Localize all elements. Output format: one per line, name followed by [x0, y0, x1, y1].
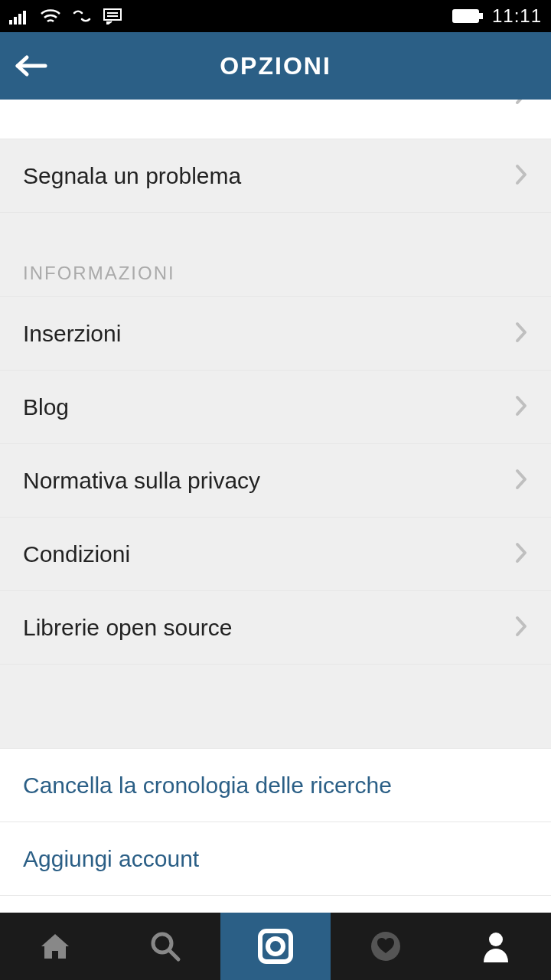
- chevron-right-icon: [514, 163, 528, 189]
- list-item-blog[interactable]: Blog: [0, 371, 551, 444]
- page-title: OPZIONI: [0, 52, 551, 80]
- vibrate-icon: [72, 8, 92, 24]
- list-item-privacy[interactable]: Normativa sulla privacy: [0, 444, 551, 518]
- svg-rect-14: [260, 931, 291, 962]
- bottom-nav: [0, 913, 551, 980]
- nav-home[interactable]: [0, 913, 110, 980]
- nav-activity[interactable]: [331, 913, 441, 980]
- list-item-label: Condizioni: [23, 541, 130, 567]
- content-area: Centro assistenza Segnala un problema IN…: [0, 100, 551, 913]
- status-bar: 11:11: [0, 0, 551, 32]
- action-label: Aggiungi account: [23, 846, 199, 872]
- list-item-help-center[interactable]: Centro assistenza: [0, 100, 551, 139]
- list-item-label: Normativa sulla privacy: [23, 468, 260, 494]
- person-icon: [482, 930, 510, 962]
- camera-icon: [256, 927, 295, 965]
- message-icon: [103, 8, 122, 24]
- svg-rect-9: [455, 11, 477, 21]
- list-item-open-source[interactable]: Librerie open source: [0, 591, 551, 665]
- app-header: OPZIONI: [0, 32, 551, 100]
- nav-search[interactable]: [110, 913, 220, 980]
- list-item-terms[interactable]: Condizioni: [0, 518, 551, 591]
- chevron-right-icon: [514, 394, 528, 420]
- nav-profile[interactable]: [441, 913, 551, 980]
- section-spacer: [0, 665, 551, 749]
- section-title: INFORMAZIONI: [23, 263, 175, 284]
- svg-rect-5: [104, 9, 121, 20]
- action-label: Cancella la cronologia delle ricerche: [23, 773, 392, 799]
- home-icon: [38, 931, 72, 962]
- signal-icon: [9, 8, 29, 24]
- chevron-right-icon: [514, 468, 528, 494]
- list-item-label: Inserzioni: [23, 321, 121, 347]
- clock: 11:11: [492, 5, 542, 27]
- svg-line-13: [170, 951, 178, 959]
- action-add-account[interactable]: Aggiungi account: [0, 822, 551, 896]
- svg-rect-3: [23, 11, 26, 24]
- list-item-ads[interactable]: Inserzioni: [0, 297, 551, 371]
- chevron-right-icon: [514, 321, 528, 347]
- svg-point-15: [268, 939, 283, 954]
- back-button[interactable]: [0, 32, 61, 100]
- list-item-label: Librerie open source: [23, 615, 233, 641]
- search-icon: [149, 930, 181, 962]
- heart-icon: [368, 930, 403, 962]
- chevron-right-icon: [514, 615, 528, 641]
- list-item-label: Blog: [23, 394, 69, 420]
- svg-rect-1: [14, 17, 17, 24]
- action-clear-search-history[interactable]: Cancella la cronologia delle ricerche: [0, 749, 551, 822]
- list-item-label: Segnala un problema: [23, 163, 241, 189]
- svg-rect-10: [479, 14, 482, 18]
- section-header-info: INFORMAZIONI: [0, 213, 551, 297]
- nav-camera[interactable]: [220, 913, 331, 980]
- battery-icon: [452, 8, 483, 24]
- svg-rect-0: [9, 20, 12, 24]
- wifi-icon: [40, 8, 61, 24]
- chevron-right-icon: [514, 541, 528, 567]
- svg-rect-2: [18, 14, 21, 24]
- list-item-report-problem[interactable]: Segnala un problema: [0, 139, 551, 213]
- svg-point-17: [489, 933, 503, 946]
- chevron-right-icon: [514, 100, 528, 109]
- list-item-label: Centro assistenza: [23, 100, 207, 103]
- action-logout[interactable]: Esci: [0, 896, 551, 913]
